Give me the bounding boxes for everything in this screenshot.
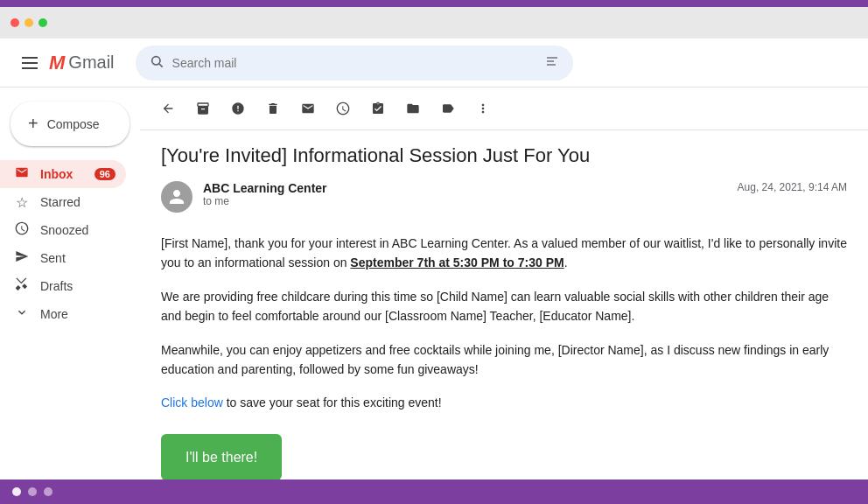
menu-icon [22, 57, 38, 69]
star-icon: ☆ [14, 194, 30, 211]
labels-button[interactable] [434, 94, 462, 122]
task-button[interactable] [364, 94, 392, 122]
sent-label: Sent [40, 251, 116, 265]
close-button[interactable] [10, 18, 19, 27]
mark-read-button[interactable] [294, 94, 322, 122]
hamburger-button[interactable] [14, 47, 46, 79]
sent-icon [14, 249, 30, 267]
compose-button[interactable]: + Compose [10, 102, 130, 146]
email-content: [You're Invited] Informational Session J… [140, 130, 868, 480]
archive-button[interactable] [189, 94, 217, 122]
spam-button[interactable] [224, 94, 252, 122]
para1-suffix: . [564, 256, 568, 270]
para1-highlight: September 7th at 5:30 PM to 7:30 PM [350, 256, 564, 270]
email-view: [You're Invited] Informational Session J… [140, 88, 868, 480]
email-subject: [You're Invited] Informational Session J… [161, 144, 847, 167]
email-paragraph-4: Click below to save your seat for this e… [161, 393, 847, 412]
svg-line-1 [159, 64, 163, 67]
bottom-dot-2 [28, 487, 37, 496]
bottom-dot-3 [44, 487, 52, 496]
sender-avatar [161, 181, 192, 213]
compose-label: Compose [47, 117, 100, 131]
fullscreen-button[interactable] [38, 18, 47, 27]
email-paragraph-2: We are providing free childcare during t… [161, 287, 847, 326]
search-input[interactable] [172, 56, 536, 70]
top-bar [0, 0, 868, 7]
para4-suffix: to save your seat for this exciting even… [223, 396, 442, 410]
sidebar-item-inbox[interactable]: Inbox 96 [0, 160, 126, 188]
snooze-button[interactable] [329, 94, 357, 122]
drafts-label: Drafts [40, 279, 116, 293]
email-paragraph-1: [First Name], thank you for your interes… [161, 234, 847, 273]
drafts-icon [14, 277, 30, 295]
gmail-app: M Gmail + [0, 38, 868, 480]
search-options-icon[interactable] [545, 54, 559, 72]
search-bar[interactable] [136, 46, 573, 80]
more-icon [14, 305, 30, 323]
starred-label: Starred [40, 195, 116, 209]
search-icon [150, 54, 164, 72]
email-meta: ABC Learning Center to me Aug, 24, 2021,… [161, 181, 847, 213]
main-content: + Compose Inbox 96 ☆ Starred Snoozed [0, 88, 868, 480]
sidebar-item-sent[interactable]: Sent [0, 244, 126, 272]
sender-info: ABC Learning Center to me [203, 181, 727, 207]
browser-chrome [0, 7, 868, 38]
email-body: [First Name], thank you for your interes… [161, 234, 847, 480]
sidebar: + Compose Inbox 96 ☆ Starred Snoozed [0, 88, 140, 480]
email-date: Aug, 24, 2021, 9:14 AM [738, 181, 847, 193]
gmail-header: M Gmail [0, 38, 868, 88]
cta-button[interactable]: I'll be there! [161, 434, 282, 480]
move-button[interactable] [399, 94, 427, 122]
snooze-icon [14, 221, 30, 239]
logo-letter: M [49, 52, 65, 74]
traffic-lights [10, 18, 47, 27]
sender-to: to me [203, 195, 727, 207]
gmail-logo: M Gmail [49, 52, 115, 74]
sidebar-item-starred[interactable]: ☆ Starred [0, 188, 126, 216]
sender-name: ABC Learning Center [203, 181, 727, 195]
inbox-icon [14, 165, 30, 183]
sidebar-item-more[interactable]: More [0, 300, 126, 328]
click-below-link[interactable]: Click below [161, 396, 223, 410]
inbox-label: Inbox [40, 167, 84, 181]
more-actions-button[interactable] [469, 94, 497, 122]
snoozed-label: Snoozed [40, 223, 116, 237]
sidebar-item-drafts[interactable]: Drafts [0, 272, 126, 300]
svg-point-0 [151, 56, 159, 64]
delete-button[interactable] [259, 94, 287, 122]
sidebar-item-snoozed[interactable]: Snoozed [0, 216, 126, 244]
more-label: More [40, 307, 116, 321]
minimize-button[interactable] [24, 18, 33, 27]
inbox-badge: 96 [94, 168, 116, 180]
logo-text: Gmail [68, 52, 114, 73]
compose-plus-icon: + [28, 114, 38, 134]
bottom-dot-1 [12, 487, 21, 496]
back-button[interactable] [154, 94, 182, 122]
email-paragraph-3: Meanwhile, you can enjoy appetizers and … [161, 340, 847, 380]
email-toolbar [140, 88, 868, 130]
bottom-bar [0, 480, 868, 504]
